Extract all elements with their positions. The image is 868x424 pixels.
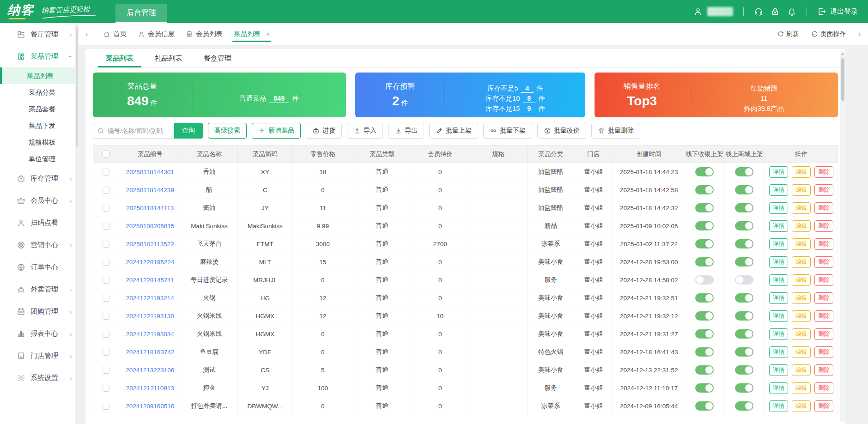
export-button[interactable]: 导出 [388,123,424,139]
mall-onshelf-toggle[interactable] [735,167,753,176]
pos-onshelf-toggle[interactable] [695,275,714,285]
row-checkbox[interactable] [103,331,109,338]
subtab-gift-list[interactable]: 礼品列表 [155,49,182,67]
search-input[interactable] [93,123,174,139]
pos-onshelf-toggle[interactable] [695,257,714,267]
admin-nav-tab[interactable]: 后台管理 [115,4,167,23]
sidebar-subitem[interactable]: 菜品套餐 [0,101,79,117]
vertical-scrollbar[interactable]: ▲ [840,51,845,422]
sidebar-subitem[interactable]: 菜品分类 [0,84,79,101]
batch-delete-button[interactable]: 批量删除 [591,123,640,139]
product-code-link[interactable]: 20241221193130 [126,313,174,320]
product-code-link[interactable]: 20250108205815 [126,223,174,230]
row-checkbox[interactable] [103,367,109,374]
edit-button[interactable]: 编辑 [792,292,811,304]
edit-button[interactable]: 编辑 [792,202,811,214]
row-checkbox[interactable] [103,277,109,284]
delete-button[interactable]: 删除 [814,184,833,196]
batch-reprice-button[interactable]: 批量改价 [537,123,586,139]
headset-icon[interactable] [754,7,763,16]
import-button[interactable]: 导入 [347,123,383,139]
product-code-link[interactable]: 20241218163742 [126,349,174,356]
tab-member-info[interactable]: 会员信息 [138,23,175,45]
card-line[interactable]: 库存不足159件 [486,103,545,114]
row-checkbox[interactable] [103,241,109,248]
subtab-dish-list[interactable]: 菜品列表 [106,49,134,67]
edit-button[interactable]: 编辑 [792,364,811,376]
pos-onshelf-toggle[interactable] [695,221,714,230]
pos-onshelf-toggle[interactable] [695,347,714,357]
detail-button[interactable]: 详情 [769,310,788,322]
detail-button[interactable]: 详情 [769,364,788,376]
product-code-link[interactable]: 20241228145741 [126,277,174,284]
row-checkbox[interactable] [103,385,109,392]
product-code-link[interactable]: 20241213223106 [126,367,174,374]
tab-dish-list[interactable]: 菜品列表 × [234,23,270,45]
mall-onshelf-toggle[interactable] [735,293,753,303]
scrollbar-thumb[interactable] [841,58,844,101]
sidebar-item-crown[interactable]: 会员中心› [0,189,79,212]
mall-onshelf-toggle[interactable] [735,365,753,375]
refresh-button[interactable]: 刷新 [777,30,799,38]
logout-button[interactable]: 退出登录 [817,7,858,16]
row-checkbox[interactable] [103,187,109,194]
detail-button[interactable]: 详情 [769,292,788,304]
subtab-mealbox-manage[interactable]: 餐盒管理 [204,49,231,67]
bell-icon[interactable] [787,7,796,16]
delete-button[interactable]: 删除 [814,274,833,286]
sidebar-item-scan[interactable]: 扫码点餐 [0,212,79,234]
delete-button[interactable]: 删除 [814,238,833,250]
delete-button[interactable]: 删除 [814,400,833,412]
sidebar-item-inventory[interactable]: 库存管理› [0,167,79,189]
sidebar-subitem[interactable]: 菜品下发 [0,117,79,134]
delete-button[interactable]: 删除 [814,382,833,394]
delete-button[interactable]: 删除 [814,364,833,376]
query-button[interactable]: 查询 [174,123,203,139]
edit-button[interactable]: 编辑 [792,346,811,358]
row-checkbox[interactable] [103,169,109,176]
product-code-link[interactable]: 20250118144113 [126,205,174,212]
delete-button[interactable]: 删除 [814,220,833,232]
sidebar-item-marketing[interactable]: 营销中心› [0,234,79,256]
pos-onshelf-toggle[interactable] [695,203,714,212]
product-code-link[interactable]: 20241221193214 [126,295,174,302]
edit-button[interactable]: 编辑 [792,256,811,268]
product-code-link[interactable]: 20250118144301 [126,169,174,176]
detail-button[interactable]: 详情 [769,328,788,340]
card-line[interactable]: 库存不足54件 [487,83,543,93]
delete-button[interactable]: 删除 [814,166,833,178]
scroll-up-arrow-icon[interactable]: ▲ [840,52,845,55]
mall-onshelf-toggle[interactable] [735,401,753,411]
pos-onshelf-toggle[interactable] [695,185,714,194]
mall-onshelf-toggle[interactable] [735,275,753,285]
detail-button[interactable]: 详情 [769,220,788,232]
purchase-button[interactable]: 进货 [306,123,342,139]
page-operations-button[interactable]: 页面操作 [811,30,846,38]
edit-button[interactable]: 编辑 [792,400,811,412]
pos-onshelf-toggle[interactable] [695,293,714,303]
detail-button[interactable]: 详情 [769,382,788,394]
sidebar-subitem[interactable]: 菜品列表 [0,67,79,84]
row-checkbox[interactable] [103,313,109,320]
sidebar-item-groupbuy[interactable]: 团购管理› [0,300,79,322]
sidebar-item-takeout[interactable]: 外卖管理› [0,278,79,300]
detail-button[interactable]: 详情 [769,346,788,358]
advanced-search-button[interactable]: 高级搜索 [208,123,247,139]
mall-onshelf-toggle[interactable] [735,347,753,357]
detail-button[interactable]: 详情 [769,256,788,268]
delete-button[interactable]: 删除 [814,292,833,304]
pos-onshelf-toggle[interactable] [695,401,714,411]
sidebar-subitem[interactable]: 规格模板 [0,134,79,151]
sidebar-item-store[interactable]: 门店管理› [0,345,79,367]
chevron-right-icon[interactable]: › [858,30,861,38]
product-code-link[interactable]: 20250102113522 [126,241,174,248]
mall-onshelf-toggle[interactable] [735,185,753,194]
edit-button[interactable]: 编辑 [792,166,811,178]
mall-onshelf-toggle[interactable] [735,383,753,393]
sidebar-scrollbar[interactable] [75,23,79,424]
product-code-link[interactable]: 20250118144239 [126,187,174,194]
edit-button[interactable]: 编辑 [792,274,811,286]
sidebar-item-order[interactable]: 订单中心 [0,256,79,278]
card-line[interactable]: 库存不足108件 [486,93,545,103]
edit-button[interactable]: 编辑 [792,382,811,394]
